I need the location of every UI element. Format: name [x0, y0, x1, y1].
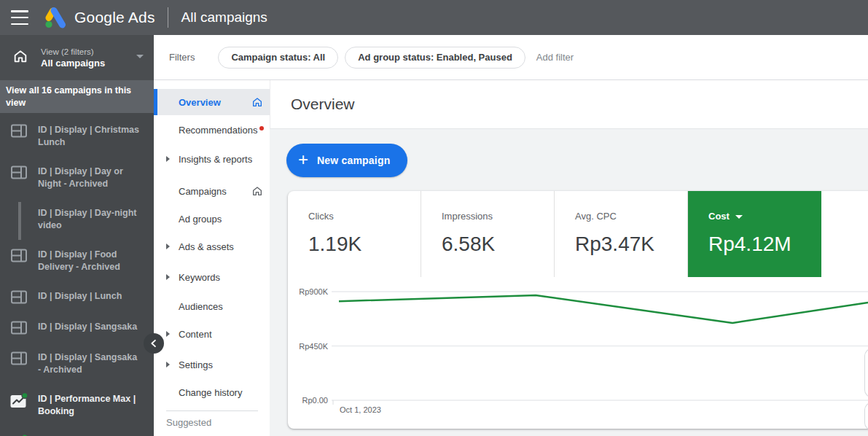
- scorecard-label: Avg. CPC: [575, 211, 687, 222]
- scorecard-impressions[interactable]: Impressions6.58K: [421, 191, 555, 277]
- view-all-campaigns-banner[interactable]: View all 16 campaigns in this view: [0, 80, 154, 113]
- nav-item-label: Content: [179, 329, 212, 340]
- campaign-sidebar: View (2 filters) All campaigns View all …: [0, 35, 154, 436]
- campaign-item[interactable]: ID | Performance Max | Booking: [0, 393, 154, 418]
- home-icon: [251, 96, 263, 110]
- plus-icon: +: [298, 151, 308, 168]
- campaign-item[interactable]: ID | Display | Lunch: [0, 290, 154, 304]
- scorecard-value: 1.19K: [308, 233, 421, 256]
- home-icon: [251, 185, 263, 199]
- display-campaign-icon: [0, 290, 38, 304]
- topbar-page-title: All campaigns: [181, 9, 267, 26]
- scorecard-clicks[interactable]: Clicks1.19K: [288, 191, 421, 277]
- campaign-item[interactable]: ID | Display | Sangsaka: [0, 321, 154, 335]
- scorecard-avg-cpc[interactable]: Avg. CPCRp3.47K: [555, 191, 688, 277]
- nav-item-recommendations[interactable]: Recommendations: [154, 120, 270, 140]
- nav-item-label: Overview: [179, 97, 221, 108]
- chevron-down-icon: [136, 55, 144, 58]
- chevron-left-icon: [147, 337, 160, 350]
- view-selector-text: View (2 filters) All campaigns: [41, 47, 105, 69]
- expand-arrow-icon[interactable]: [166, 156, 170, 162]
- cost-chart[interactable]: Rp900KRp450KRp0.00 Oct 1, 2023: [288, 277, 868, 429]
- performance-max-campaign-icon: [0, 393, 38, 409]
- campaign-item[interactable]: ID | Display | Sangsaka - Archived: [0, 351, 154, 376]
- expand-arrow-icon[interactable]: [166, 274, 170, 280]
- topbar-divider: [168, 7, 168, 28]
- x-axis-label: Oct 1, 2023: [340, 405, 381, 414]
- nav-item-label: Change history: [179, 387, 242, 398]
- y-axis-label: Rp450K: [288, 342, 328, 351]
- nav-item-label: Audiences: [179, 301, 223, 312]
- view-selector-title: View (2 filters): [41, 47, 105, 58]
- campaign-label: ID | Display | Sangsaka - Archived: [38, 351, 149, 376]
- cutoff-panel: [864, 349, 868, 397]
- new-campaign-button[interactable]: + New campaign: [286, 144, 407, 177]
- filter-chip-campaign-status[interactable]: Campaign status: All: [218, 47, 338, 69]
- google-ads-app: Google Ads All campaigns Filters Campaig…: [0, 0, 868, 436]
- scorecard-value: 6.58K: [442, 233, 554, 256]
- chevron-down-icon: [735, 215, 743, 219]
- campaign-item[interactable]: ID | Display | Christmas Lunch: [0, 124, 154, 149]
- nav-divider: [166, 410, 258, 411]
- sidebar-collapse-button[interactable]: [144, 333, 164, 354]
- notification-dot: [259, 126, 264, 131]
- top-app-bar: Google Ads All campaigns: [0, 0, 868, 35]
- nav-item-settings[interactable]: Settings: [154, 354, 270, 375]
- scorecard-label: Cost: [708, 211, 821, 222]
- nav-item-label: Settings: [179, 359, 213, 370]
- nav-item-ad-groups[interactable]: Ad groups: [154, 209, 270, 229]
- y-axis-label: Rp0.00: [288, 396, 328, 405]
- add-filter-button[interactable]: Add filter: [536, 52, 574, 63]
- campaign-item[interactable]: ID | Display | Food Delivery - Archived: [0, 249, 154, 273]
- scorecard-cost[interactable]: CostRp4.12M: [688, 191, 821, 277]
- view-selector-subtitle: All campaigns: [41, 58, 105, 69]
- nav-item-label: Ad groups: [179, 214, 222, 225]
- nav-item-change-history[interactable]: Change history: [154, 382, 270, 402]
- nav-section-suggested: Suggested: [166, 417, 211, 428]
- scorecard-value: Rp3.47K: [575, 233, 687, 256]
- campaign-label: ID | Display | Day-night video: [38, 207, 149, 232]
- product-name: Google Ads: [74, 9, 155, 26]
- y-axis-label: Rp900K: [288, 287, 328, 296]
- nav-item-ads-assets[interactable]: Ads & assets: [154, 236, 270, 257]
- display-campaign-icon: [0, 249, 38, 262]
- expand-arrow-icon[interactable]: [166, 244, 170, 249]
- page-nav: OverviewRecommendationsInsights & report…: [154, 80, 270, 436]
- filter-chip-ad-group-status[interactable]: Ad group status: Enabled, Paused: [345, 47, 525, 69]
- campaign-label: ID | Performance Max | Booking: [38, 393, 149, 418]
- campaign-list: ID | Display | Christmas LunchID | Displ…: [0, 113, 154, 436]
- nav-item-audiences[interactable]: Audiences: [154, 296, 270, 316]
- nav-item-campaigns[interactable]: Campaigns: [154, 181, 270, 201]
- nav-item-label: Ads & assets: [179, 241, 234, 252]
- home-icon: [12, 48, 28, 67]
- nav-item-label: Campaigns: [179, 186, 227, 197]
- main-header: Overview: [270, 80, 868, 129]
- display-campaign-icon: [0, 321, 38, 335]
- nav-item-insights-reports[interactable]: Insights & reports: [154, 149, 270, 169]
- cost-line-series: [339, 295, 868, 323]
- filters-label: Filters: [169, 52, 195, 63]
- nav-item-content[interactable]: Content: [154, 324, 270, 344]
- display-campaign-icon: [0, 124, 38, 138]
- nav-item-overview[interactable]: Overview: [154, 89, 270, 115]
- expand-arrow-icon[interactable]: [166, 362, 170, 367]
- new-campaign-label: New campaign: [317, 155, 390, 166]
- display-campaign-icon: [0, 351, 38, 365]
- filters-bar: Filters Campaign status: All Ad group st…: [154, 35, 868, 80]
- scorecard-value: Rp4.12M: [708, 233, 821, 256]
- nav-item-keywords[interactable]: Keywords: [154, 267, 270, 287]
- scorecard-label: Impressions: [442, 211, 554, 222]
- hamburger-menu-icon[interactable]: [11, 10, 28, 25]
- nav-item-label: Insights & reports: [179, 154, 252, 165]
- nav-item-label: Recommendations: [179, 125, 257, 136]
- campaign-label: ID | Display | Lunch: [38, 290, 149, 303]
- campaign-sub-item[interactable]: ID | Display | Day-night video: [0, 207, 154, 232]
- campaign-label: ID | Display | Day or Night - Archived: [38, 166, 149, 190]
- campaign-label: ID | Display | Sangsaka: [38, 321, 149, 333]
- campaign-item[interactable]: ID | Display | Day or Night - Archived: [0, 166, 154, 190]
- cutoff-panel: [864, 402, 868, 430]
- main-content: Overview + New campaign Clicks1.19KImpre…: [270, 80, 868, 436]
- expand-arrow-icon[interactable]: [166, 331, 170, 337]
- display-campaign-icon: [0, 166, 38, 179]
- view-selector[interactable]: View (2 filters) All campaigns: [0, 35, 154, 80]
